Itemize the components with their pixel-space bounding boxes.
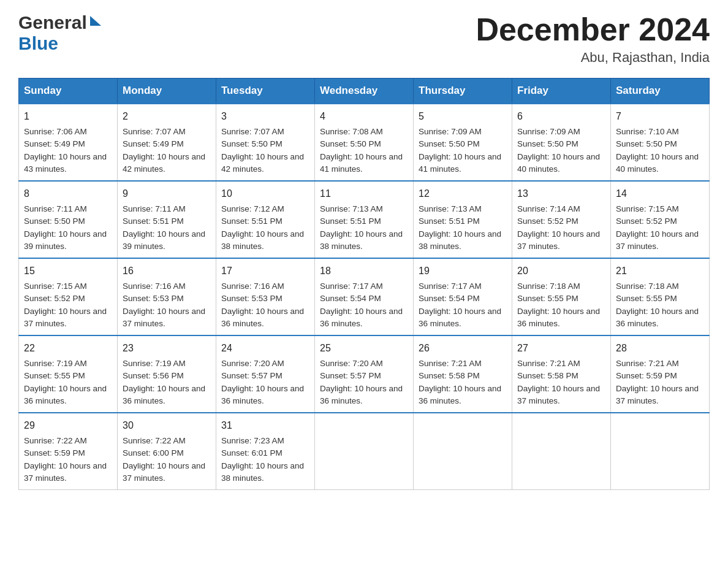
week-row-3: 15Sunrise: 7:15 AMSunset: 5:52 PMDayligh… <box>19 258 710 335</box>
day-number: 28 <box>616 341 704 356</box>
sunset-info: Sunset: 5:52 PM <box>517 215 605 228</box>
day-number: 19 <box>419 264 507 278</box>
week-row-4: 22Sunrise: 7:19 AMSunset: 5:55 PMDayligh… <box>19 335 710 413</box>
day-number: 22 <box>24 341 112 356</box>
sunrise-info: Sunrise: 7:10 AM <box>616 126 704 138</box>
sunset-info: Sunset: 5:51 PM <box>123 215 211 228</box>
sunrise-info: Sunrise: 7:20 AM <box>320 358 408 370</box>
calendar-cell: 25Sunrise: 7:20 AMSunset: 5:57 PMDayligh… <box>315 335 414 413</box>
sunrise-info: Sunrise: 7:19 AM <box>24 358 112 370</box>
daylight-info: Daylight: 10 hours and 36 minutes. <box>616 305 704 331</box>
col-header-tuesday: Tuesday <box>216 79 315 104</box>
sunrise-info: Sunrise: 7:21 AM <box>517 358 605 370</box>
col-header-sunday: Sunday <box>19 79 118 104</box>
daylight-info: Daylight: 10 hours and 42 minutes. <box>221 151 309 176</box>
calendar-cell: 5Sunrise: 7:09 AMSunset: 5:50 PMDaylight… <box>414 104 512 181</box>
daylight-info: Daylight: 10 hours and 38 minutes. <box>320 228 408 253</box>
sunrise-info: Sunrise: 7:13 AM <box>320 203 408 215</box>
sunset-info: Sunset: 5:58 PM <box>419 370 507 382</box>
day-number: 10 <box>221 186 309 201</box>
sunrise-info: Sunrise: 7:19 AM <box>123 358 211 370</box>
sunrise-info: Sunrise: 7:17 AM <box>320 280 408 293</box>
sunset-info: Sunset: 5:59 PM <box>616 370 704 382</box>
calendar-cell: 27Sunrise: 7:21 AMSunset: 5:58 PMDayligh… <box>512 335 611 413</box>
sunrise-info: Sunrise: 7:09 AM <box>517 126 605 138</box>
sunrise-info: Sunrise: 7:07 AM <box>221 126 309 138</box>
sunset-info: Sunset: 5:51 PM <box>221 215 309 228</box>
sunrise-info: Sunrise: 7:07 AM <box>123 126 211 138</box>
calendar-cell: 11Sunrise: 7:13 AMSunset: 5:51 PMDayligh… <box>315 181 414 258</box>
daylight-info: Daylight: 10 hours and 41 minutes. <box>320 151 408 176</box>
sunrise-info: Sunrise: 7:23 AM <box>221 435 309 447</box>
calendar-cell: 1Sunrise: 7:06 AMSunset: 5:49 PMDaylight… <box>19 104 118 181</box>
daylight-info: Daylight: 10 hours and 38 minutes. <box>221 460 309 485</box>
daylight-info: Daylight: 10 hours and 42 minutes. <box>123 151 211 176</box>
sunset-info: Sunset: 5:55 PM <box>616 293 704 305</box>
sunrise-info: Sunrise: 7:21 AM <box>419 358 507 370</box>
sunrise-info: Sunrise: 7:08 AM <box>320 126 408 138</box>
day-number: 24 <box>221 341 309 356</box>
sunrise-info: Sunrise: 7:22 AM <box>24 435 112 447</box>
sunrise-info: Sunrise: 7:16 AM <box>221 280 309 293</box>
col-header-thursday: Thursday <box>414 79 512 104</box>
day-number: 3 <box>221 109 309 124</box>
calendar-cell: 29Sunrise: 7:22 AMSunset: 5:59 PMDayligh… <box>19 413 118 490</box>
daylight-info: Daylight: 10 hours and 38 minutes. <box>419 228 507 253</box>
daylight-info: Daylight: 10 hours and 40 minutes. <box>517 151 605 176</box>
calendar-cell: 8Sunrise: 7:11 AMSunset: 5:50 PMDaylight… <box>19 181 118 258</box>
location-subtitle: Abu, Rajasthan, India <box>476 50 710 66</box>
sunset-info: Sunset: 5:55 PM <box>517 293 605 305</box>
sunset-info: Sunset: 5:50 PM <box>616 138 704 150</box>
day-number: 17 <box>221 264 309 278</box>
calendar-cell: 2Sunrise: 7:07 AMSunset: 5:49 PMDaylight… <box>118 104 216 181</box>
sunrise-info: Sunrise: 7:16 AM <box>123 280 211 293</box>
calendar-cell <box>611 413 710 490</box>
calendar-cell: 16Sunrise: 7:16 AMSunset: 5:53 PMDayligh… <box>118 258 216 335</box>
sunrise-info: Sunrise: 7:12 AM <box>221 203 309 215</box>
calendar-cell: 4Sunrise: 7:08 AMSunset: 5:50 PMDaylight… <box>315 104 414 181</box>
day-number: 14 <box>616 186 704 201</box>
week-row-5: 29Sunrise: 7:22 AMSunset: 5:59 PMDayligh… <box>19 413 710 490</box>
daylight-info: Daylight: 10 hours and 37 minutes. <box>616 383 704 408</box>
col-header-saturday: Saturday <box>611 79 710 104</box>
day-number: 9 <box>123 186 211 201</box>
daylight-info: Daylight: 10 hours and 39 minutes. <box>24 228 112 253</box>
calendar-cell <box>315 413 414 490</box>
day-number: 25 <box>320 341 408 356</box>
sunset-info: Sunset: 5:52 PM <box>616 215 704 228</box>
daylight-info: Daylight: 10 hours and 37 minutes. <box>24 305 112 331</box>
day-number: 27 <box>517 341 605 356</box>
calendar-cell: 12Sunrise: 7:13 AMSunset: 5:51 PMDayligh… <box>414 181 512 258</box>
daylight-info: Daylight: 10 hours and 36 minutes. <box>419 383 507 408</box>
day-number: 20 <box>517 264 605 278</box>
sunrise-info: Sunrise: 7:15 AM <box>616 203 704 215</box>
daylight-info: Daylight: 10 hours and 36 minutes. <box>123 383 211 408</box>
week-row-2: 8Sunrise: 7:11 AMSunset: 5:50 PMDaylight… <box>19 181 710 258</box>
sunset-info: Sunset: 5:50 PM <box>320 138 408 150</box>
sunset-info: Sunset: 6:00 PM <box>123 447 211 459</box>
sunrise-info: Sunrise: 7:18 AM <box>616 280 704 293</box>
sunrise-info: Sunrise: 7:21 AM <box>616 358 704 370</box>
calendar-table: SundayMondayTuesdayWednesdayThursdayFrid… <box>18 78 710 490</box>
col-header-friday: Friday <box>512 79 611 104</box>
day-number: 29 <box>24 418 112 433</box>
daylight-info: Daylight: 10 hours and 37 minutes. <box>24 460 112 485</box>
day-number: 4 <box>320 109 408 124</box>
svg-marker-0 <box>90 16 101 26</box>
calendar-cell: 3Sunrise: 7:07 AMSunset: 5:50 PMDaylight… <box>216 104 315 181</box>
logo-triangle-icon <box>89 15 102 31</box>
sunset-info: Sunset: 5:51 PM <box>419 215 507 228</box>
sunset-info: Sunset: 5:54 PM <box>419 293 507 305</box>
sunset-info: Sunset: 5:50 PM <box>24 215 112 228</box>
sunrise-info: Sunrise: 7:11 AM <box>123 203 211 215</box>
sunrise-info: Sunrise: 7:14 AM <box>517 203 605 215</box>
daylight-info: Daylight: 10 hours and 40 minutes. <box>616 151 704 176</box>
sunrise-info: Sunrise: 7:09 AM <box>419 126 507 138</box>
week-row-1: 1Sunrise: 7:06 AMSunset: 5:49 PMDaylight… <box>19 104 710 181</box>
calendar-cell: 22Sunrise: 7:19 AMSunset: 5:55 PMDayligh… <box>19 335 118 413</box>
calendar-cell: 23Sunrise: 7:19 AMSunset: 5:56 PMDayligh… <box>118 335 216 413</box>
daylight-info: Daylight: 10 hours and 36 minutes. <box>24 383 112 408</box>
sunrise-info: Sunrise: 7:15 AM <box>24 280 112 293</box>
sunset-info: Sunset: 5:57 PM <box>320 370 408 382</box>
daylight-info: Daylight: 10 hours and 36 minutes. <box>320 383 408 408</box>
